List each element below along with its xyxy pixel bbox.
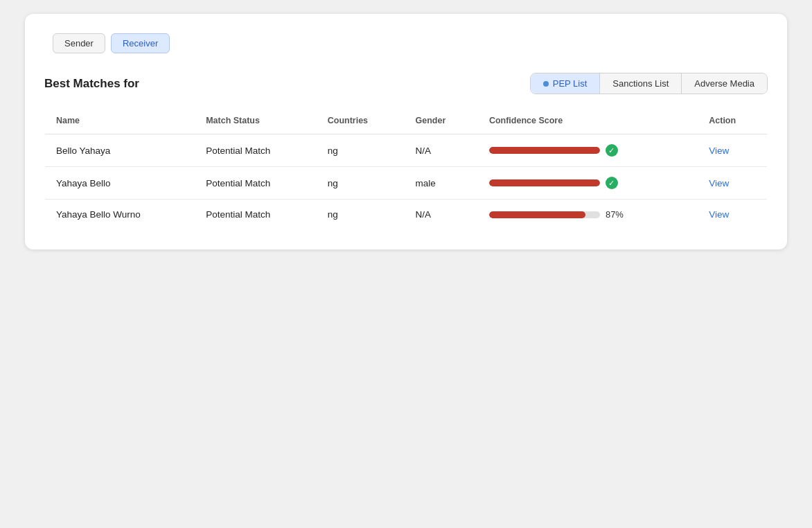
cell-countries: ng [317,167,405,200]
col-name: Name [45,107,195,134]
cell-countries: ng [317,134,405,167]
main-card: Sender Receiver Best Matches for PEP Lis… [25,14,787,249]
tab-pep-list[interactable]: PEP List [531,73,601,94]
check-icon: ✓ [606,177,618,189]
cell-match-status: Potential Match [195,167,317,200]
cell-name: Yahaya Bello [45,167,195,200]
sender-button[interactable]: Sender [53,33,105,53]
cell-match-status: Potential Match [195,134,317,167]
cell-confidence: ✓ [478,167,698,200]
pep-dot [543,81,549,87]
receiver-button[interactable]: Receiver [111,33,170,53]
cell-confidence: ✓ [478,134,698,167]
tab-sanctions-list[interactable]: Sanctions List [600,73,682,94]
view-selector: Sender Receiver [44,33,768,53]
table-row: Yahaya Bello WurnoPotential MatchngN/A87… [45,200,768,230]
table-row: Bello YahayaPotential MatchngN/A✓View [45,134,768,167]
col-gender: Gender [405,107,478,134]
matches-table: Name Match Status Countries Gender Confi… [44,107,768,230]
tab-adverse-label: Adverse Media [694,78,754,89]
view-link[interactable]: View [709,178,729,188]
title-prefix: Best Matches for [44,77,139,90]
confidence-percent: 87% [606,209,624,220]
section-header: Best Matches for PEP List Sanctions List… [44,73,768,94]
tab-sanctions-label: Sanctions List [612,78,669,89]
col-confidence: Confidence Score [478,107,698,134]
table-row: Yahaya BelloPotential Matchngmale✓View [45,167,768,200]
cell-gender: N/A [405,200,478,230]
cell-action: View [698,200,767,230]
tab-adverse-media[interactable]: Adverse Media [682,73,767,94]
section-title: Best Matches for [44,77,139,91]
col-match-status: Match Status [195,107,317,134]
tab-pep-label: PEP List [553,78,588,89]
cell-confidence: 87% [478,200,698,230]
cell-gender: male [405,167,478,200]
cell-action: View [698,167,767,200]
cell-name: Yahaya Bello Wurno [45,200,195,230]
table-header-row: Name Match Status Countries Gender Confi… [45,107,768,134]
cell-gender: N/A [405,134,478,167]
check-icon: ✓ [606,144,618,157]
view-link[interactable]: View [709,209,729,220]
cell-countries: ng [317,200,405,230]
col-action: Action [698,107,767,134]
cell-match-status: Potential Match [195,200,317,230]
col-countries: Countries [317,107,405,134]
cell-name: Bello Yahaya [45,134,195,167]
tab-group: PEP List Sanctions List Adverse Media [530,73,768,94]
cell-action: View [698,134,767,167]
view-link[interactable]: View [709,146,729,156]
